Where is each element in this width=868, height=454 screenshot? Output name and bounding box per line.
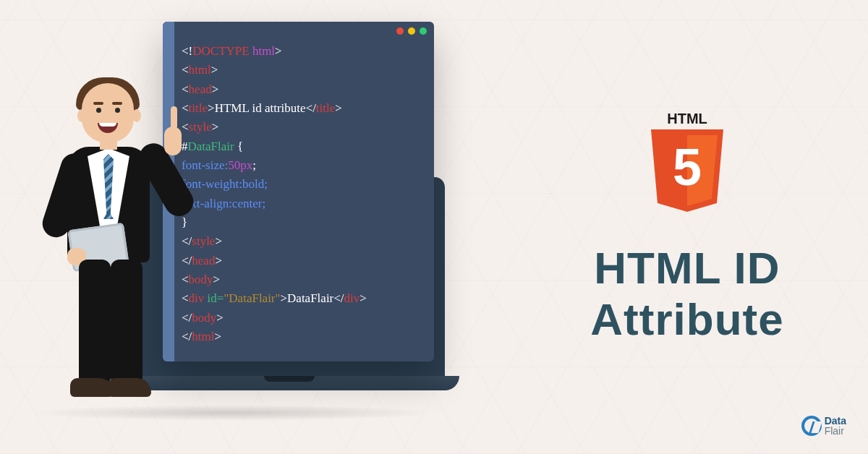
character-pointing-finger: [171, 106, 177, 129]
character-leg: [79, 260, 111, 382]
headline-line-2: Attribute: [590, 294, 783, 345]
logo-line-1: Data: [825, 416, 846, 426]
title-panel: HTML 5 HTML ID Attribute: [506, 0, 868, 454]
badge-number: 5: [673, 138, 702, 196]
character-eyebrow: [112, 102, 122, 105]
code-content: <!DOCTYPE html> <html> <head> <title>HTM…: [174, 22, 434, 354]
logo-mark-icon: [801, 416, 822, 436]
laptop-notch: [264, 376, 315, 382]
maximize-icon: [420, 27, 427, 35]
code-editor-window: <!DOCTYPE html> <html> <head> <title>HTM…: [163, 22, 434, 361]
html5-badge-icon: HTML 5: [644, 109, 731, 220]
headline-line-1: HTML ID: [590, 242, 783, 294]
minimize-icon: [408, 27, 415, 35]
character-leg: [111, 260, 142, 382]
window-controls: [396, 27, 427, 35]
character-eyebrow: [93, 102, 103, 105]
character-shoe: [70, 378, 114, 397]
badge-label: HTML: [667, 111, 707, 127]
character-head: [82, 83, 134, 142]
presenter-character: [25, 83, 188, 423]
close-icon: [396, 27, 404, 35]
page-title: HTML ID Attribute: [590, 242, 783, 346]
logo-text: Data Flair: [825, 416, 846, 436]
character-ear: [132, 109, 141, 122]
character-hand-right: [164, 127, 182, 155]
character-shoe: [108, 378, 151, 397]
character-eye: [115, 108, 120, 113]
character-ear: [77, 109, 86, 122]
dataflair-logo: Data Flair: [801, 416, 846, 436]
character-eye: [96, 108, 101, 113]
logo-line-2: Flair: [825, 426, 846, 436]
